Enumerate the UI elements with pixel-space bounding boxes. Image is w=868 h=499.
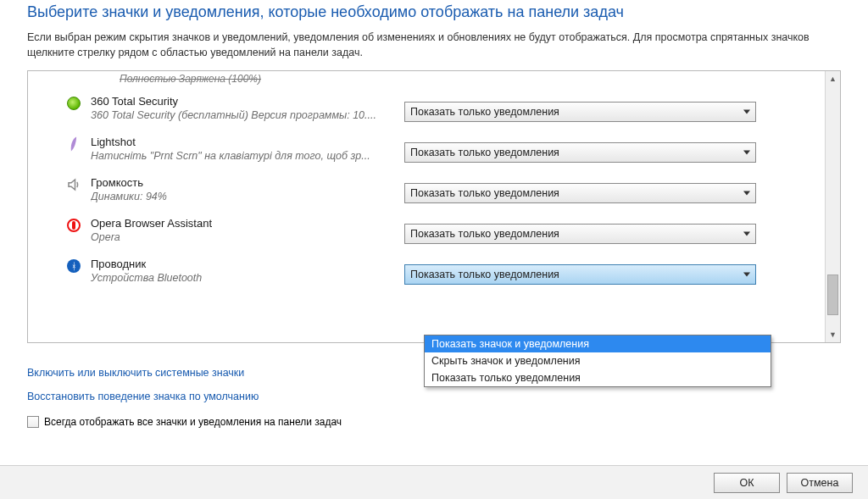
item-title: Громкость bbox=[91, 176, 396, 189]
item-title: 360 Total Security bbox=[91, 95, 396, 108]
item-desc: Opera bbox=[91, 231, 396, 243]
previous-item-cutoff: Полностью Заряжена (100%) bbox=[28, 71, 825, 88]
list-item: ᚼ Проводник Устройства Bluetooth Показат… bbox=[28, 251, 825, 291]
item-title: Lightshot bbox=[91, 136, 396, 148]
speaker-icon bbox=[65, 176, 82, 193]
360-icon bbox=[65, 95, 82, 112]
list-item: Lightshot Натисніть "Prnt Scrn" на клаві… bbox=[28, 129, 825, 169]
behavior-select[interactable]: Показать только уведомления bbox=[404, 264, 756, 285]
chevron-down-icon bbox=[743, 151, 750, 155]
item-desc: Динамики: 94% bbox=[91, 191, 396, 202]
always-show-checkbox[interactable] bbox=[27, 416, 39, 428]
dropdown-option[interactable]: Показать только уведомления bbox=[425, 369, 771, 386]
select-value: Показать только уведомления bbox=[410, 147, 559, 158]
scroll-thumb[interactable] bbox=[827, 274, 838, 315]
page-subtitle: Если выбран режим скрытия значков и увед… bbox=[27, 30, 841, 60]
opera-icon bbox=[65, 217, 82, 234]
behavior-select[interactable]: Показать только уведомления bbox=[404, 183, 756, 203]
chevron-down-icon bbox=[743, 110, 750, 114]
cancel-button[interactable]: Отмена bbox=[787, 473, 853, 493]
select-value: Показать только уведомления bbox=[410, 106, 559, 118]
item-desc: 360 Total Security (бесплатный) Версия п… bbox=[91, 109, 396, 121]
ok-button[interactable]: ОК bbox=[714, 473, 780, 493]
behavior-dropdown-popup: Показать значок и уведомления Скрыть зна… bbox=[424, 335, 771, 387]
behavior-select[interactable]: Показать только уведомления bbox=[404, 142, 756, 163]
item-title: Проводник bbox=[91, 258, 396, 270]
always-show-checkbox-row: Всегда отображать все значки и уведомлен… bbox=[27, 416, 841, 428]
always-show-label: Всегда отображать все значки и уведомлен… bbox=[44, 416, 342, 428]
page-title: Выберите значки и уведомления, которые н… bbox=[27, 3, 841, 21]
list-item: Громкость Динамики: 94% Показать только … bbox=[28, 169, 825, 210]
lightshot-icon bbox=[65, 136, 82, 152]
chevron-down-icon bbox=[743, 191, 750, 196]
list-item: 360 Total Security 360 Total Security (б… bbox=[28, 88, 825, 129]
list-item: Opera Browser Assistant Opera Показать т… bbox=[28, 210, 825, 251]
dropdown-option[interactable]: Скрыть значок и уведомления bbox=[425, 352, 771, 369]
icon-list-frame: Полностью Заряжена (100%) 360 Total Secu… bbox=[27, 70, 841, 343]
scroll-up-button[interactable]: ▲ bbox=[826, 71, 840, 86]
icon-list: Полностью Заряжена (100%) 360 Total Secu… bbox=[28, 71, 825, 342]
select-value: Показать только уведомления bbox=[410, 187, 559, 199]
item-title: Opera Browser Assistant bbox=[91, 217, 396, 230]
select-value: Показать только уведомления bbox=[410, 269, 559, 280]
dialog-footer: ОК Отмена bbox=[0, 465, 868, 499]
restore-default-link[interactable]: Восстановить поведение значка по умолчан… bbox=[27, 391, 259, 402]
behavior-select[interactable]: Показать только уведомления bbox=[404, 102, 756, 122]
dropdown-option[interactable]: Показать значок и уведомления bbox=[425, 335, 771, 352]
item-desc: Устройства Bluetooth bbox=[91, 272, 396, 284]
chevron-down-icon bbox=[743, 273, 750, 277]
scroll-down-button[interactable]: ▼ bbox=[826, 327, 840, 342]
header: Выберите значки и уведомления, которые н… bbox=[0, 0, 868, 60]
select-value: Показать только уведомления bbox=[410, 228, 559, 240]
scrollbar[interactable]: ▲ ▼ bbox=[825, 71, 840, 342]
item-desc: Натисніть "Prnt Scrn" на клавіатурі для … bbox=[91, 150, 396, 162]
chevron-down-icon bbox=[743, 232, 750, 236]
system-icons-link[interactable]: Включить или выключить системные значки bbox=[27, 367, 244, 379]
behavior-select[interactable]: Показать только уведомления bbox=[404, 224, 756, 244]
bluetooth-icon: ᚼ bbox=[65, 258, 82, 274]
